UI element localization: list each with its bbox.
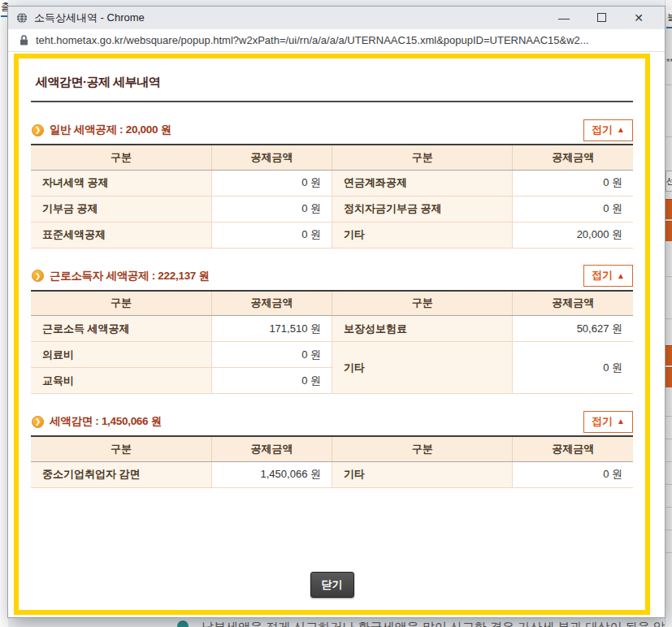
- column-header: 공제금액: [211, 436, 332, 461]
- table-cell-value: 1,450,066 원: [211, 461, 332, 487]
- collapse-button-label: 접기: [592, 123, 613, 137]
- collapse-button-label: 접기: [592, 414, 613, 429]
- table-cell-value: 0 원: [513, 170, 633, 196]
- table-row: 중소기업취업자 감면1,450,066 원기타0 원: [31, 461, 633, 487]
- column-header: 공제금액: [513, 145, 633, 170]
- background-text-fragment: 납부세액을 적게 신고하거나 환급세액을 많이 신고한 경우 가산세 부과 대상…: [202, 620, 665, 627]
- deduction-section: ❯ 근로소득자 세액공제 : 222,137 원 접기 ▲ 구분공제금액구분공제…: [31, 266, 633, 395]
- deduction-section: ❯ 세액감면 : 1,450,066 원 접기 ▲ 구분공제금액구분공제금액 중…: [31, 411, 633, 488]
- section-title: 세액감면 : 1,450,066 원: [50, 414, 583, 429]
- divider: [665, 84, 672, 85]
- triangle-up-icon: ▲: [617, 271, 625, 280]
- divider: [665, 552, 672, 553]
- maximize-button[interactable]: [595, 11, 608, 24]
- column-header: 공제금액: [513, 436, 633, 461]
- table-cell-label: 의료비: [31, 342, 211, 368]
- table-cell-value: 0 원: [211, 222, 332, 248]
- url-bar[interactable]: teht.hometax.go.kr/websquare/popup.html?…: [8, 29, 665, 52]
- title-divider: [31, 101, 633, 102]
- divider: [665, 276, 672, 277]
- popup-content-frame: 세액감면·공제 세부내역 ❯ 일반 세액공제 : 20,000 원 접기 ▲ 구…: [14, 54, 650, 615]
- triangle-up-icon: ▲: [617, 417, 625, 426]
- collapse-button[interactable]: 접기 ▲: [583, 265, 633, 287]
- section-bullet-icon: ❯: [32, 124, 44, 136]
- table-cell-value: 0 원: [513, 342, 633, 394]
- collapse-button[interactable]: 접기 ▲: [583, 119, 633, 141]
- table-cell-value: 0 원: [211, 342, 332, 368]
- deduction-table: 구분공제금액구분공제금액 중소기업취업자 감면1,450,066 원기타0 원: [31, 435, 633, 488]
- table-cell-label: 정치자금기부금 공제: [332, 196, 512, 222]
- collapse-button-label: 접기: [592, 268, 613, 283]
- background-text-fragment: 선: [666, 176, 672, 186]
- divider: [665, 461, 672, 462]
- background-page-right-edge: 블 *** 선: [665, 0, 672, 627]
- column-header: 구분: [31, 436, 211, 461]
- column-header: 구분: [31, 145, 211, 170]
- url-text: teht.hometax.go.kr/websquare/popup.html?…: [36, 34, 589, 46]
- close-button[interactable]: 닫기: [310, 572, 354, 598]
- table-row: 표준세액공제0 원기타20,000 원: [31, 222, 633, 248]
- section-bullet-icon: ❯: [32, 270, 44, 282]
- background-text-fragment: ***: [666, 57, 672, 67]
- divider: [665, 484, 672, 485]
- background-partial-button: [665, 221, 672, 241]
- table-cell-label: 중소기업취업자 감면: [31, 461, 211, 487]
- section-header: ❯ 세액감면 : 1,450,066 원 접기 ▲: [31, 411, 633, 432]
- section-header: ❯ 일반 세액공제 : 20,000 원 접기 ▲: [31, 119, 633, 141]
- section-bullet-icon: ❯: [32, 416, 44, 428]
- column-header: 공제금액: [211, 145, 332, 170]
- table-cell-value: 20,000 원: [513, 222, 633, 248]
- info-circle-icon: [177, 621, 189, 627]
- table-cell-label: 근로소득 세액공제: [31, 316, 211, 342]
- close-window-button[interactable]: ✕: [632, 11, 645, 24]
- column-header: 구분: [332, 436, 512, 461]
- table-row: 근로소득 세액공제171,510 원보장성보험료50,627 원: [31, 316, 633, 342]
- background-page-left-edge: 출: [0, 0, 8, 627]
- divider: [665, 530, 672, 530]
- table-cell-label: 기타: [332, 342, 512, 394]
- divider: [665, 507, 672, 508]
- deduction-section: ❯ 일반 세액공제 : 20,000 원 접기 ▲ 구분공제금액구분공제금액 자…: [31, 119, 633, 249]
- column-header: 구분: [332, 145, 512, 170]
- background-partial-button: 선: [665, 171, 672, 192]
- divider: [665, 318, 672, 319]
- table-cell-label: 연금계좌공제: [332, 170, 512, 196]
- table-header-row: 구분공제금액구분공제금액: [31, 291, 633, 316]
- background-page-bottom-edge: 납부세액을 적게 신고하거나 환급세액을 많이 신고한 경우 가산세 부과 대상…: [8, 617, 665, 627]
- section-title: 일반 세액공제 : 20,000 원: [50, 123, 583, 137]
- background-partial-button: [665, 345, 672, 365]
- deduction-table: 구분공제금액구분공제금액 근로소득 세액공제171,510 원보장성보험료50,…: [31, 290, 633, 395]
- window-titlebar[interactable]: 소득상세내역 - Chrome — ✕: [8, 6, 665, 29]
- table-cell-label: 표준세액공제: [31, 222, 211, 248]
- collapse-button[interactable]: 접기 ▲: [583, 411, 633, 433]
- table-cell-label: 기타: [332, 461, 512, 487]
- table-cell-value: 0 원: [211, 196, 332, 222]
- table-cell-value: 0 원: [513, 196, 633, 222]
- window-title: 소득상세내역 - Chrome: [34, 11, 557, 25]
- table-cell-label: 기타: [332, 222, 512, 248]
- screen: 출 블 *** 선 납부세액을 적게 신고하거나 환급세액을 많이 신고한 경우…: [0, 0, 672, 627]
- divider: [665, 136, 672, 137]
- background-partial-button: [665, 367, 672, 387]
- table-cell-label: 자녀세액 공제: [31, 170, 211, 196]
- divider: [665, 439, 672, 439]
- window-controls: — ✕: [557, 11, 645, 24]
- table-cell-value: 0 원: [211, 170, 332, 196]
- table-cell-label: 기부금 공제: [31, 196, 211, 222]
- table-cell-value: 0 원: [513, 461, 633, 487]
- sections-container: ❯ 일반 세액공제 : 20,000 원 접기 ▲ 구분공제금액구분공제금액 자…: [31, 119, 633, 488]
- maximize-icon: [597, 13, 606, 22]
- column-header: 구분: [332, 291, 512, 316]
- deduction-table: 구분공제금액구분공제금액 자녀세액 공제0 원연금계좌공제0 원기부금 공제0 …: [31, 144, 633, 249]
- divider: [665, 416, 672, 417]
- table-cell-value: 171,510 원: [211, 316, 332, 342]
- table-row: 기부금 공제0 원정치자금기부금 공제0 원: [31, 196, 633, 222]
- globe-icon: [16, 12, 28, 24]
- column-header: 공제금액: [211, 291, 332, 316]
- close-button-row: 닫기: [31, 572, 633, 598]
- table-header-row: 구분공제금액구분공제금액: [31, 145, 633, 170]
- page-title: 세액감면·공제 세부내역: [31, 75, 633, 90]
- chrome-popup-window: 소득상세내역 - Chrome — ✕ teht.hometax.go.kr/w…: [8, 6, 665, 617]
- minimize-button[interactable]: —: [557, 11, 570, 24]
- section-title: 근로소득자 세액공제 : 222,137 원: [50, 269, 583, 283]
